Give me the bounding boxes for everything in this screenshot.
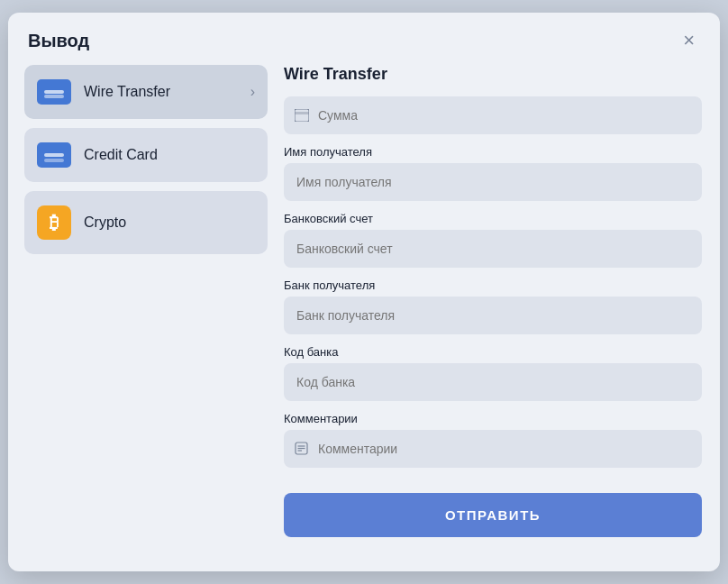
bank-account-label: Банковский счет — [284, 212, 702, 225]
sidebar-item-crypto[interactable]: ₿ Crypto — [24, 191, 268, 254]
crypto-icon: ₿ — [37, 205, 71, 240]
submit-button[interactable]: ОТПРАВИТЬ — [284, 493, 702, 537]
bank-code-label: Код банка — [284, 345, 702, 359]
modal-body: Wire Transfer › Credit Card ₿ Crypto Wir… — [8, 61, 720, 571]
modal-container: Вывод × Wire Transfer › Credit Card ₿ Cr… — [8, 13, 720, 571]
amount-input[interactable] — [284, 96, 702, 134]
bank-account-group: Банковский счет — [284, 212, 702, 268]
recipient-name-label: Имя получателя — [284, 145, 702, 159]
svg-rect-0 — [295, 109, 309, 122]
svg-rect-1 — [295, 112, 309, 114]
comments-icon — [295, 442, 308, 458]
recipient-bank-label: Банк получателя — [284, 278, 702, 292]
sidebar-item-card-label: Credit Card — [84, 147, 158, 163]
main-content: Wire Transfer Имя получателя — [284, 61, 704, 555]
sidebar-item-credit-card[interactable]: Credit Card — [24, 128, 268, 182]
form-area: Имя получателя Банковский счет Банк полу… — [284, 96, 704, 555]
amount-field-wrap — [284, 96, 702, 134]
recipient-name-input[interactable] — [284, 163, 702, 201]
comments-label: Комментарии — [284, 412, 702, 425]
modal-header: Вывод × — [8, 13, 720, 61]
close-button[interactable]: × — [678, 29, 700, 52]
sidebar-item-crypto-label: Crypto — [84, 214, 126, 231]
comments-input[interactable] — [284, 430, 702, 468]
modal-title: Вывод — [28, 31, 89, 51]
bank-code-group: Код банка — [284, 345, 702, 401]
bank-account-input[interactable] — [284, 230, 702, 268]
sidebar: Wire Transfer › Credit Card ₿ Crypto — [24, 61, 268, 555]
recipient-bank-group: Банк получателя — [284, 278, 702, 334]
recipient-bank-input[interactable] — [284, 297, 702, 334]
chevron-right-icon: › — [250, 84, 255, 100]
sidebar-item-wire-label: Wire Transfer — [84, 84, 170, 100]
section-title: Wire Transfer — [284, 65, 704, 84]
bank-code-input[interactable] — [284, 363, 702, 401]
amount-icon — [295, 109, 309, 122]
credit-card-icon — [37, 142, 71, 168]
comments-input-wrap — [284, 430, 702, 468]
wire-transfer-icon — [37, 79, 71, 105]
sidebar-item-wire-transfer[interactable]: Wire Transfer › — [24, 65, 268, 119]
recipient-name-group: Имя получателя — [284, 145, 702, 201]
comments-group: Комментарии — [284, 412, 702, 468]
